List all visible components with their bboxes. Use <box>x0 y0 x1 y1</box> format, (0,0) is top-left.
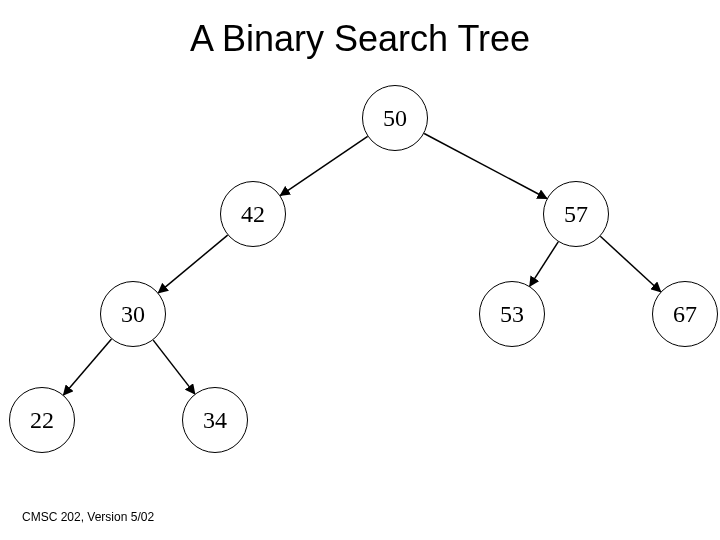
edge-30-22 <box>63 339 111 395</box>
tree-node-42: 42 <box>220 181 286 247</box>
tree-edges <box>0 0 720 540</box>
tree-node-22: 22 <box>9 387 75 453</box>
tree-node-57: 57 <box>543 181 609 247</box>
edge-42-30 <box>158 235 227 293</box>
edge-50-42 <box>280 136 367 195</box>
tree-node-53: 53 <box>479 281 545 347</box>
edge-30-34 <box>153 340 195 394</box>
tree-node-34: 34 <box>182 387 248 453</box>
edge-57-53 <box>530 242 558 286</box>
tree-node-67: 67 <box>652 281 718 347</box>
page-title: A Binary Search Tree <box>0 18 720 60</box>
tree-node-30: 30 <box>100 281 166 347</box>
tree-node-50: 50 <box>362 85 428 151</box>
footer-text: CMSC 202, Version 5/02 <box>22 510 154 524</box>
edge-57-67 <box>600 236 660 291</box>
edge-50-57 <box>424 133 547 198</box>
